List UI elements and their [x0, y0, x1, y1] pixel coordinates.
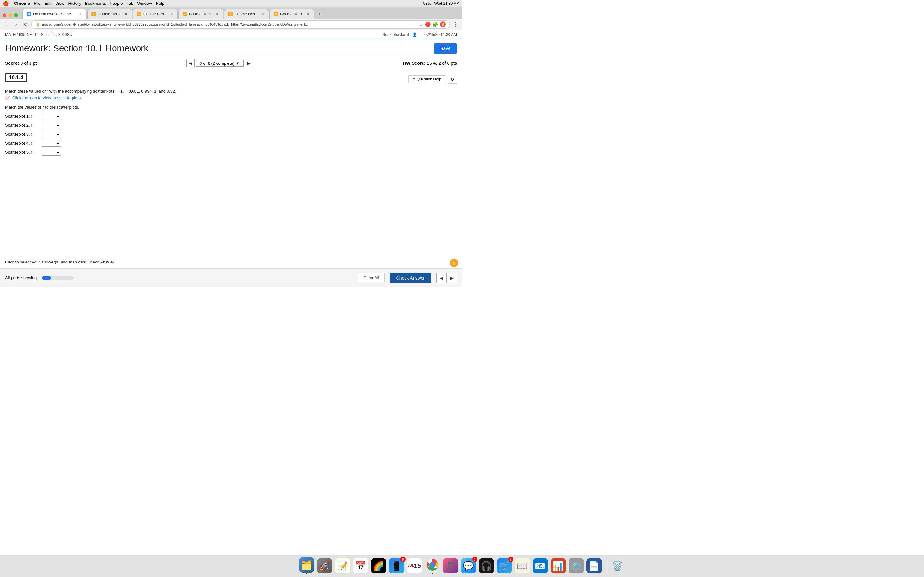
window-close[interactable]: [3, 13, 6, 17]
gear-icon: ⚙: [451, 77, 455, 82]
tab-3-close[interactable]: ✕: [170, 11, 174, 17]
menubar-window[interactable]: Window: [137, 1, 152, 6]
tab-1-close[interactable]: ✕: [79, 11, 82, 17]
question-help-button[interactable]: ≡ Question Help: [409, 75, 445, 83]
scatter-2-select[interactable]: -1 -0.681 0.32 0.994 1: [42, 122, 61, 129]
question-next-button[interactable]: ▶: [245, 59, 253, 67]
tab-5-favicon: C: [228, 12, 233, 16]
profile-icon[interactable]: S: [440, 21, 446, 27]
tab-6-favicon: C: [274, 12, 278, 16]
chart-icon: 📈: [5, 95, 10, 102]
score-value: 0 of 1 pt: [20, 61, 37, 66]
question-dropdown-icon: ▼: [236, 61, 240, 66]
settings-button[interactable]: ⚙: [448, 75, 457, 84]
click-icon-row[interactable]: 📈 Click the icon to view the scatterplot…: [5, 95, 457, 102]
forward-button[interactable]: ›: [12, 21, 20, 28]
scatter-1-select[interactable]: -1 -0.681 0.32 0.994 1: [42, 113, 61, 120]
menubar-view[interactable]: View: [55, 1, 64, 6]
match-label: Match the values of r to the scatterplot…: [5, 105, 457, 110]
menubar-bookmarks[interactable]: Bookmarks: [85, 1, 106, 6]
tab-5[interactable]: C Course Hero ✕: [224, 9, 269, 19]
menubar-help[interactable]: Help: [156, 1, 165, 6]
tab-5-close[interactable]: ✕: [261, 11, 265, 17]
extension-icon-2[interactable]: 🧩: [433, 22, 438, 27]
window-maximize[interactable]: [14, 13, 18, 17]
back-button[interactable]: ‹: [3, 21, 10, 28]
hw-score-display: HW Score: 25%, 2 of 8 pts: [403, 61, 457, 66]
page-wrapper: Homework: Section 10.1 Homework Save Sco…: [0, 39, 462, 287]
progress-bar-fill: [42, 276, 51, 279]
question-instructions: Match these values of r with the accompa…: [5, 88, 457, 102]
click-icon-label: Click the icon to view the scatterplots.: [12, 95, 82, 102]
score-nav: Score: 0 of 1 pt ◀ 3 of 8 (2 complete) ▼…: [0, 56, 462, 70]
bottom-next-button[interactable]: ▶: [447, 273, 457, 283]
new-tab-button[interactable]: +: [315, 10, 324, 19]
scatter-row-5: Scatterplot 5, r = -1 -0.681 0.32 0.994 …: [5, 149, 457, 156]
tab-3-favicon: C: [137, 12, 142, 16]
progress-bar: [42, 276, 74, 279]
question-current[interactable]: 3 of 8 (2 complete) ▼: [196, 60, 243, 67]
menubar-right: 53% Wed 11:30 AM: [423, 1, 459, 6]
tab-3[interactable]: C Course Hero ✕: [133, 9, 178, 19]
save-button[interactable]: Save: [434, 43, 457, 53]
scatter-4-label: Scatterplot 4, r =: [5, 141, 40, 145]
question-header-row: 10.1.4 ≡ Question Help ⚙: [5, 73, 457, 85]
question-number: 10.1.4: [5, 73, 27, 82]
bottom-prev-button[interactable]: ◀: [436, 273, 447, 283]
question-prev-button[interactable]: ◀: [186, 59, 195, 67]
question-area: 10.1.4 ≡ Question Help ⚙ Match these val…: [0, 70, 462, 161]
hw-score-value: 25%, 2 of 8 pts: [427, 61, 457, 66]
tab-2[interactable]: C Course Hero ✕: [87, 9, 132, 19]
menubar-edit[interactable]: Edit: [44, 1, 51, 6]
clear-all-button[interactable]: Clear All: [358, 273, 384, 282]
menubar-file[interactable]: File: [34, 1, 40, 6]
scatter-row-1: Scatterplot 1, r = -1 -0.681 0.32 0.994 …: [5, 113, 457, 120]
extension-icon-1[interactable]: 🔴: [425, 22, 431, 27]
address-input[interactable]: 🔒 mathxl.com/Student/PlayerHomework.aspx…: [31, 20, 450, 29]
menubar-tab[interactable]: Tab: [126, 1, 133, 6]
scatter-5-select[interactable]: -1 -0.681 0.32 0.994 1: [42, 149, 61, 156]
course-datetime: 07/15/20 11:30 AM: [425, 32, 457, 37]
scatter-section: Match the values of r to the scatterplot…: [5, 105, 457, 156]
question-help-label: Question Help: [417, 77, 441, 81]
list-icon: ≡: [413, 77, 415, 81]
tab-5-label: Course Hero: [234, 12, 258, 16]
scatter-3-select[interactable]: -1 -0.681 0.32 0.994 1: [42, 131, 61, 138]
course-bar: MATH 1635-NET10, Statistics, 2020SU Sume…: [0, 31, 462, 39]
menubar-people[interactable]: People: [110, 1, 123, 6]
menubar-history[interactable]: History: [68, 1, 81, 6]
homework-header: Homework: Section 10.1 Homework Save: [0, 39, 462, 56]
score-label: Score:: [5, 61, 19, 66]
tab-1[interactable]: H Do Homework - Sumeeha... ✕: [23, 9, 87, 19]
menubar-chrome[interactable]: Chrome: [14, 1, 30, 6]
menu-button[interactable]: ⋮: [452, 21, 459, 28]
tab-6-close[interactable]: ✕: [306, 11, 310, 17]
instructions-line1: Match these values of r with the accompa…: [5, 88, 457, 95]
secure-icon: 🔒: [36, 23, 40, 27]
bottom-nav: ◀ ▶: [436, 273, 457, 283]
tab-4[interactable]: C Course Hero ✕: [178, 9, 223, 19]
question-tools: ≡ Question Help ⚙: [409, 75, 457, 84]
check-answer-button[interactable]: Check Answer: [390, 273, 431, 283]
bookmark-icon[interactable]: ☆: [419, 22, 423, 27]
apple-menu[interactable]: 🍎: [3, 0, 9, 6]
scatter-row-4: Scatterplot 4, r = -1 -0.681 0.32 0.994 …: [5, 140, 457, 147]
tab-2-close[interactable]: ✕: [124, 11, 128, 17]
hw-score-label: HW Score:: [403, 61, 426, 66]
datetime-display: Wed 11:30 AM: [435, 1, 460, 6]
tab-4-close[interactable]: ✕: [215, 11, 219, 17]
all-parts-label: All parts showing: [5, 276, 37, 280]
help-circle-button[interactable]: ?: [450, 259, 458, 267]
page-content: Homework: Section 10.1 Homework Save Sco…: [0, 39, 462, 287]
window-minimize[interactable]: [8, 13, 12, 17]
reload-button[interactable]: ↻: [22, 21, 29, 28]
tab-4-label: Course Hero: [189, 12, 212, 16]
bottom-toolbar: All parts showing Clear All Check Answer…: [0, 268, 462, 287]
separator: |: [420, 32, 421, 37]
scatter-1-label: Scatterplot 1, r =: [5, 114, 40, 119]
course-name: MATH 1635-NET10, Statistics, 2020SU: [5, 32, 72, 37]
scatter-row-3: Scatterplot 3, r = -1 -0.681 0.32 0.994 …: [5, 131, 457, 138]
scatter-4-select[interactable]: -1 -0.681 0.32 0.994 1: [42, 140, 61, 147]
menubar: 🍎 Chrome File Edit View History Bookmark…: [0, 0, 462, 7]
tab-6[interactable]: C Course Hero ✕: [270, 9, 314, 19]
